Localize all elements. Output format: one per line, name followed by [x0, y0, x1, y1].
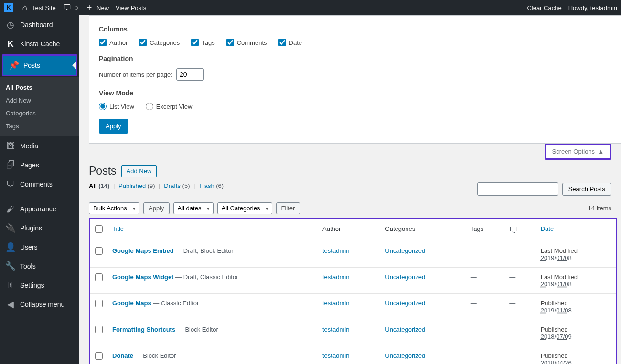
col-checkbox-author[interactable]: Author [99, 39, 128, 46]
screen-options-apply-button[interactable]: Apply [99, 119, 128, 134]
collapse-icon: ◀ [6, 300, 15, 309]
submenu-tags[interactable]: Tags [0, 120, 79, 133]
category-filter-select[interactable]: All Categories [217, 202, 272, 214]
site-link[interactable]: ⌂Test Site [20, 3, 56, 12]
sidebar-item-kinsta-cache[interactable]: KKinsta Cache [0, 34, 79, 53]
main-content: Columns Author Categories Tags Comments … [79, 15, 621, 364]
bulk-apply-button[interactable]: Apply [143, 202, 170, 214]
table-row: Donate — Block Editor testadmin Uncatego… [90, 346, 616, 364]
filter-button[interactable]: Filter [276, 202, 300, 214]
search-posts-button[interactable]: Search Posts [562, 183, 611, 196]
filter-published[interactable]: Published (9) [118, 182, 155, 189]
view-mode-list[interactable]: List View [99, 103, 134, 110]
post-title-link[interactable]: Donate [112, 352, 133, 359]
th-title[interactable]: Title [112, 225, 124, 232]
sidebar-item-media[interactable]: 🖾Media [0, 136, 79, 156]
submenu-all-posts[interactable]: All Posts [0, 81, 79, 94]
kinsta-logo-link[interactable]: K [4, 3, 13, 12]
date-filter-select[interactable]: All dates [173, 202, 214, 214]
author-link[interactable]: testadmin [322, 300, 349, 307]
sidebar-item-plugins[interactable]: 🔌Plugins [0, 218, 79, 238]
date-status: Last Modified [541, 273, 611, 281]
col-checkbox-date[interactable]: Date [278, 39, 302, 46]
per-page-input[interactable] [176, 68, 204, 81]
author-link[interactable]: testadmin [322, 273, 349, 281]
date-value: 2018/04/26 [541, 359, 572, 364]
author-link[interactable]: testadmin [322, 326, 349, 333]
table-row: Google Maps — Classic Editor testadmin U… [90, 294, 616, 320]
sidebar-item-appearance[interactable]: 🖌Appearance [0, 199, 79, 218]
post-title-link[interactable]: Google Maps Embed [112, 247, 174, 254]
add-new-button[interactable]: Add New [121, 165, 157, 177]
screen-options-tab[interactable]: Screen Options ▲ [546, 145, 610, 158]
view-mode-excerpt[interactable]: Excerpt View [146, 103, 193, 110]
date-value: 2018/07/09 [541, 333, 572, 340]
clear-cache-link[interactable]: Clear Cache [527, 4, 561, 11]
post-title-link[interactable]: Google Maps Widget [112, 273, 173, 281]
comment-bubble-icon: 🗨 [509, 225, 518, 235]
category-link[interactable]: Uncategorized [385, 247, 425, 254]
kinsta-icon: K [6, 39, 15, 49]
row-checkbox[interactable] [95, 326, 103, 333]
comments-value: — [509, 273, 515, 281]
row-checkbox[interactable] [95, 300, 103, 307]
sidebar-item-collapse[interactable]: ◀Collapse menu [0, 295, 79, 314]
col-checkbox-categories[interactable]: Categories [139, 39, 180, 46]
row-checkbox[interactable] [95, 273, 103, 281]
submenu-categories[interactable]: Categories [0, 107, 79, 120]
comment-icon: 🗨 [6, 179, 15, 189]
post-state: — Draft, Block Editor [174, 247, 234, 254]
comments-value: — [509, 326, 515, 333]
post-title-link[interactable]: Formatting Shortcuts [112, 326, 175, 333]
submenu-add-new[interactable]: Add New [0, 94, 79, 107]
sidebar-item-users[interactable]: 👤Users [0, 238, 79, 257]
comments-value: — [509, 352, 515, 359]
search-input[interactable] [477, 182, 558, 196]
select-all-checkbox[interactable] [95, 225, 103, 233]
row-checkbox[interactable] [95, 247, 103, 255]
sidebar-item-dashboard[interactable]: ◷Dashboard [0, 15, 79, 34]
sidebar-item-tools[interactable]: 🔧Tools [0, 257, 79, 276]
tags-value: — [471, 273, 477, 281]
user-icon: 👤 [6, 242, 15, 252]
author-link[interactable]: testadmin [322, 247, 349, 254]
view-posts-link[interactable]: View Posts [116, 4, 146, 11]
date-status: Last Modified [541, 247, 611, 254]
sidebar-item-comments[interactable]: 🗨Comments [0, 175, 79, 194]
author-link[interactable]: testadmin [322, 352, 349, 359]
post-state: — Classic Editor [151, 300, 199, 307]
kinsta-icon: K [4, 3, 13, 12]
post-state: — Block Editor [175, 326, 218, 333]
date-value: 2019/01/08 [541, 254, 572, 261]
table-row: Google Maps Embed — Draft, Block Editor … [90, 241, 616, 268]
sidebar-item-settings[interactable]: 🎚Settings [0, 276, 79, 295]
bulk-actions-select[interactable]: Bulk Actions [89, 202, 139, 214]
plus-icon: + [85, 3, 94, 12]
screen-options-panel: Columns Author Categories Tags Comments … [89, 15, 621, 144]
th-categories: Categories [380, 219, 465, 241]
comment-icon: 🗨 [63, 3, 72, 12]
sidebar-item-posts[interactable]: 📌Posts [3, 56, 76, 75]
row-checkbox[interactable] [95, 352, 103, 360]
table-row: Formatting Shortcuts — Block Editor test… [90, 320, 616, 346]
filter-drafts[interactable]: Drafts (5) [164, 182, 190, 189]
howdy-link[interactable]: Howdy, testadmin [568, 4, 617, 11]
items-count: 14 items [588, 205, 611, 212]
filter-trash[interactable]: Trash (6) [199, 182, 224, 189]
th-tags: Tags [466, 219, 505, 241]
dashboard-icon: ◷ [6, 20, 15, 30]
admin-topbar: K ⌂Test Site 🗨0 +New View Posts Clear Ca… [0, 0, 621, 15]
view-mode-heading: View Mode [99, 89, 611, 97]
post-title-link[interactable]: Google Maps [112, 300, 151, 307]
new-link[interactable]: +New [85, 3, 109, 12]
col-checkbox-comments[interactable]: Comments [226, 39, 267, 46]
brush-icon: 🖌 [6, 204, 15, 214]
category-link[interactable]: Uncategorized [385, 273, 425, 281]
col-checkbox-tags[interactable]: Tags [191, 39, 214, 46]
sidebar-item-pages[interactable]: 🗐Pages [0, 156, 79, 175]
category-link[interactable]: Uncategorized [385, 326, 425, 333]
comments-link[interactable]: 🗨0 [63, 3, 78, 12]
th-date[interactable]: Date [541, 225, 554, 232]
category-link[interactable]: Uncategorized [385, 352, 425, 359]
category-link[interactable]: Uncategorized [385, 300, 425, 307]
